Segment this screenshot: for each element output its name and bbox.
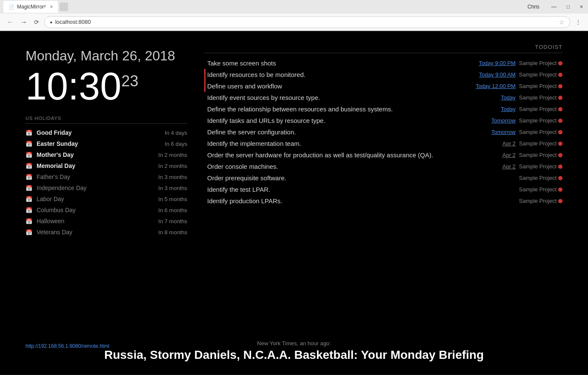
- todo-text: Order prerequisite software.: [206, 174, 519, 182]
- todo-project: Sample Project: [519, 152, 557, 158]
- holidays-title: US HOLIDAYS: [26, 116, 187, 124]
- todo-item: Define the server configuration. Tomorro…: [204, 126, 562, 138]
- holiday-name: Labor Day: [37, 196, 149, 202]
- todo-priority-dot: [558, 130, 562, 134]
- refresh-button[interactable]: ⟳: [32, 18, 41, 26]
- calendar-icon: 📅: [26, 174, 32, 180]
- todo-priority-dot: [558, 176, 562, 180]
- time-display: 10:3023: [26, 67, 138, 105]
- todo-due-date: Apr 2: [502, 152, 516, 158]
- todo-priority-dot: [558, 165, 562, 169]
- todo-project: Sample Project: [519, 186, 557, 193]
- holiday-countdown: In 2 months: [153, 163, 187, 169]
- todo-item: Order prerequisite software. Sample Proj…: [204, 172, 562, 184]
- todo-priority-dot: [558, 84, 562, 88]
- todo-text: Define users and workflow: [206, 82, 476, 90]
- todo-project: Sample Project: [519, 175, 557, 181]
- holiday-countdown: In 3 months: [153, 174, 187, 180]
- todo-project: Sample Project: [519, 71, 557, 78]
- status-url: http://192.168.56.1:8080/remote.html: [26, 343, 109, 349]
- todo-due-date: Today: [501, 94, 516, 101]
- todo-priority-dot: [558, 107, 562, 111]
- calendar-icon: 📅: [26, 196, 32, 202]
- holiday-name: Veterans Day: [37, 229, 149, 236]
- holidays-list: 📅 Good Friday In 4 days 📅 Easter Sunday …: [26, 127, 187, 238]
- todo-due-date: Tomorrow: [491, 117, 516, 124]
- todo-item: Define the relationship between resource…: [204, 103, 562, 115]
- todo-project: Sample Project: [519, 83, 557, 89]
- window-controls: Chris — □ ×: [528, 3, 585, 11]
- lock-icon: ●: [50, 20, 53, 25]
- browser-menu-button[interactable]: ⋮: [574, 18, 583, 26]
- todo-project: Sample Project: [519, 140, 557, 147]
- holiday-item: 📅 Easter Sunday In 6 days: [26, 138, 187, 149]
- holiday-item: 📅 Independence Day In 3 months: [26, 182, 187, 193]
- tab-close-button[interactable]: ×: [50, 4, 53, 10]
- news-headline: Russia, Stormy Daniels, N.C.A.A. Basketb…: [26, 348, 562, 362]
- calendar-icon: 📅: [26, 141, 32, 147]
- holiday-name: Mother's Day: [37, 151, 149, 158]
- calendar-icon: 📅: [26, 130, 32, 136]
- holiday-item: 📅 Labor Day In 5 months: [26, 193, 187, 205]
- holiday-item: 📅 Memorial Day In 2 months: [26, 160, 187, 171]
- todo-priority-dot: [558, 61, 562, 65]
- holiday-countdown: In 6 months: [153, 207, 187, 213]
- todo-project: Sample Project: [519, 163, 557, 170]
- calendar-icon: 📅: [26, 218, 32, 224]
- todo-item: Define users and workflow Today 12:00 PM…: [204, 80, 562, 92]
- todo-item: Identify resources to be monitored. Toda…: [204, 69, 562, 80]
- minimize-button[interactable]: —: [550, 3, 558, 11]
- todo-due-date: Today 12:00 PM: [476, 83, 516, 89]
- tab-title: MagicMirror²: [17, 4, 46, 10]
- todo-item: Identify production LPARs. Sample Projec…: [204, 195, 562, 207]
- todo-due-date: Tomorrow: [491, 129, 516, 135]
- todo-priority-dot: [558, 153, 562, 157]
- todo-project: Sample Project: [519, 60, 557, 66]
- todo-due-date: Apr 2: [502, 163, 516, 170]
- todo-text: Identify production LPARs.: [206, 197, 519, 205]
- holiday-name: Father's Day: [37, 173, 149, 180]
- calendar-icon: 📅: [26, 185, 32, 191]
- address-bar[interactable]: ● localhost:8080 ☆: [44, 16, 570, 28]
- todoist-section: TODOIST Take some screen shots Today 9:0…: [204, 40, 562, 238]
- back-button[interactable]: ←: [5, 17, 15, 27]
- todo-item: Identify the implementation team. Apr 2 …: [204, 138, 562, 149]
- todo-text: Identify the test LPAR.: [206, 186, 519, 193]
- todo-due-date: Today 9:00 PM: [479, 60, 516, 66]
- holiday-countdown: In 3 months: [153, 185, 187, 191]
- holiday-countdown: In 8 months: [153, 229, 187, 236]
- holiday-countdown: In 2 months: [153, 152, 187, 158]
- todo-item: Order the server hardware for production…: [204, 149, 562, 161]
- holiday-item: 📅 Veterans Day In 8 months: [26, 227, 187, 238]
- nav-bar: ← → ⟳ ● localhost:8080 ☆ ⋮: [0, 14, 588, 31]
- todo-project: Sample Project: [519, 94, 557, 101]
- address-text: localhost:8080: [55, 19, 557, 25]
- todo-text: Identify resources to be monitored.: [206, 71, 479, 78]
- holiday-item: 📅 Mother's Day In 2 months: [26, 149, 187, 160]
- todo-priority-dot: [558, 199, 562, 203]
- status-bar: http://192.168.56.1:8080/remote.html: [26, 343, 109, 349]
- browser-tab[interactable]: 📄 MagicMirror² ×: [3, 1, 58, 13]
- todo-text: Identify tasks and URLs by resource type…: [206, 117, 491, 124]
- holiday-countdown: In 4 days: [153, 130, 187, 136]
- time-hours: 10:30: [26, 65, 121, 108]
- todoist-header: TODOIST: [204, 44, 562, 53]
- calendar-icon: 📅: [26, 229, 32, 236]
- todo-priority-dot: [558, 73, 562, 77]
- top-section: Monday, March 26, 2018 10:3023 US HOLIDA…: [26, 40, 562, 238]
- holiday-item: 📅 Columbus Day In 6 months: [26, 205, 187, 216]
- bookmark-icon[interactable]: ☆: [559, 19, 565, 26]
- close-button[interactable]: ×: [578, 3, 585, 11]
- date-display: Monday, March 26, 2018: [26, 48, 187, 64]
- new-tab-button[interactable]: [60, 3, 68, 11]
- title-bar: 📄 MagicMirror² × Chris — □ ×: [0, 0, 588, 14]
- holiday-name: Easter Sunday: [37, 140, 149, 147]
- todo-due-date: Today 9:00 AM: [479, 71, 516, 78]
- todo-text: Identify the implementation team.: [206, 140, 502, 147]
- maximize-button[interactable]: □: [565, 3, 571, 11]
- forward-button[interactable]: →: [19, 17, 29, 27]
- todo-item: Identify tasks and URLs by resource type…: [204, 115, 562, 126]
- todo-text: Order console machines.: [206, 163, 502, 170]
- holiday-name: Independence Day: [37, 185, 149, 191]
- todo-project: Sample Project: [519, 106, 557, 112]
